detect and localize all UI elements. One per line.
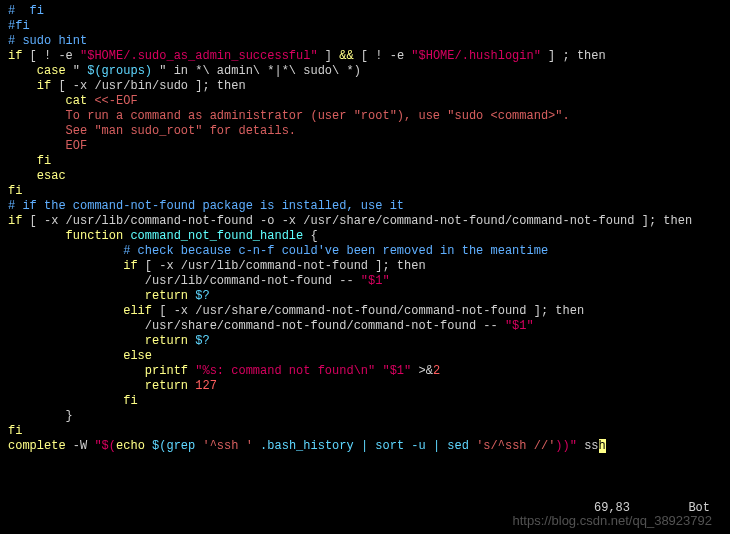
code-line: # fi [8,4,722,19]
code-line: return $? [8,334,722,349]
code-line: else [8,349,722,364]
code-line: printf "%s: command not found\n" "$1" >&… [8,364,722,379]
code-line: EOF [8,139,722,154]
code-line: esac [8,169,722,184]
code-line: See "man sudo_root" for details. [8,124,722,139]
code-line: complete -W "$(echo $(grep '^ssh ' .bash… [8,439,722,454]
code-line: if [ -x /usr/lib/command-not-found -o -x… [8,214,722,229]
code-line: } [8,409,722,424]
code-line: elif [ -x /usr/share/command-not-found/c… [8,304,722,319]
code-line: fi [8,394,722,409]
code-line: /usr/share/command-not-found/command-not… [8,319,722,334]
code-line: if [ -x /usr/lib/command-not-found ]; th… [8,259,722,274]
code-line: #fi [8,19,722,34]
code-line: case " $(groups) " in *\ admin\ *|*\ sud… [8,64,722,79]
code-line: fi [8,424,722,439]
code-line: return 127 [8,379,722,394]
code-line: fi [8,154,722,169]
scroll-position: Bot [688,501,710,516]
code-line: # sudo hint [8,34,722,49]
code-line: # check because c-n-f could've been remo… [8,244,722,259]
code-line: /usr/lib/command-not-found -- "$1" [8,274,722,289]
code-line: if [ -x /usr/bin/sudo ]; then [8,79,722,94]
code-line: To run a command as administrator (user … [8,109,722,124]
cursor: h [599,439,606,453]
editor-viewport[interactable]: # fi #fi # sudo hint if [ ! -e "$HOME/.s… [8,4,722,454]
code-line: function command_not_found_handle { [8,229,722,244]
code-line: cat <<-EOF [8,94,722,109]
code-line: # if the command-not-found package is in… [8,199,722,214]
code-line: fi [8,184,722,199]
cursor-position: 69,83 [594,501,630,516]
code-line: return $? [8,289,722,304]
code-line: if [ ! -e "$HOME/.sudo_as_admin_successf… [8,49,722,64]
